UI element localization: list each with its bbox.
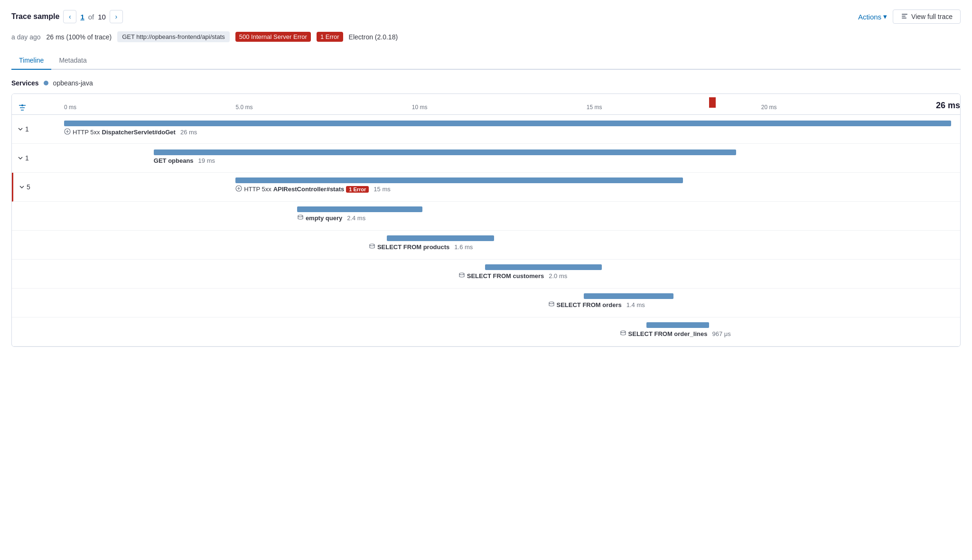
span-time-7: 1.4 ms bbox=[626, 301, 645, 308]
span-name-5: SELECT FROM products bbox=[377, 243, 449, 251]
svg-point-6 bbox=[21, 104, 23, 106]
row-bar-col-5: SELECT FROM products 1.6 ms bbox=[64, 231, 960, 259]
svg-point-11 bbox=[459, 273, 464, 275]
span-name-7: SELECT FROM orders bbox=[557, 301, 622, 308]
span-name-6: SELECT FROM customers bbox=[467, 272, 544, 280]
actions-button[interactable]: Actions ▾ bbox=[858, 12, 887, 21]
span-bar-2 bbox=[154, 149, 736, 155]
page-total: 10 bbox=[98, 13, 106, 21]
span-label-3: HTTP 5xx APIRestController#stats 1 Error… bbox=[235, 185, 391, 193]
tab-timeline[interactable]: Timeline bbox=[11, 52, 51, 70]
row-bar-col-3: HTTP 5xx APIRestController#stats 1 Error… bbox=[65, 173, 960, 201]
status-badge: 500 Internal Server Error bbox=[235, 32, 311, 42]
filter-icon[interactable] bbox=[18, 103, 27, 114]
row-bar-col-1: HTTP 5xx DispatcherServlet#doGet 26 ms bbox=[64, 115, 960, 143]
table-row: SELECT FROM orders 1.4 ms bbox=[12, 289, 960, 317]
span-bar-8 bbox=[646, 322, 709, 328]
span-time-3: 15 ms bbox=[374, 186, 390, 193]
span-label-8: SELECT FROM order_lines 967 μs bbox=[620, 330, 731, 338]
span-time-1: 26 ms bbox=[180, 129, 197, 136]
span-time-8: 967 μs bbox=[712, 330, 730, 337]
span-type-3: HTTP 5xx bbox=[244, 186, 271, 193]
row-label-1: 1 bbox=[12, 115, 64, 143]
url-badge: GET http://opbeans-frontend/api/stats bbox=[117, 31, 230, 42]
span-type-1: HTTP 5xx bbox=[73, 129, 100, 136]
svg-point-12 bbox=[549, 302, 554, 304]
row-count-2: 1 bbox=[25, 154, 29, 162]
db-icon-7 bbox=[548, 301, 555, 309]
table-row: 1 GET opbeans 19 ms bbox=[12, 144, 960, 173]
timeline-container: 0 ms 5.0 ms 10 ms 15 ms 20 ms 26 ms 1 bbox=[11, 93, 961, 347]
row-count-3: 5 bbox=[27, 183, 30, 191]
row-label-3: 5 bbox=[13, 173, 65, 201]
svg-point-10 bbox=[370, 244, 374, 246]
span-time-5: 1.6 ms bbox=[454, 243, 473, 251]
span-name-8: SELECT FROM order_lines bbox=[628, 330, 708, 337]
db-icon-4 bbox=[297, 214, 304, 222]
span-name-1: DispatcherServlet#doGet bbox=[102, 129, 176, 136]
row-label-2: 1 bbox=[12, 144, 64, 172]
row-label-5 bbox=[12, 231, 64, 259]
tabs: Timeline Metadata bbox=[11, 52, 961, 70]
table-row: empty query 2.4 ms bbox=[12, 202, 960, 231]
span-time-6: 2.0 ms bbox=[549, 272, 567, 280]
tick-0: 0 ms bbox=[64, 104, 76, 111]
service-name: Electron (2.0.18) bbox=[349, 33, 398, 41]
table-row: SELECT FROM order_lines 967 μs bbox=[12, 317, 960, 346]
page-title: Trace sample bbox=[11, 12, 59, 21]
db-icon-6 bbox=[458, 272, 465, 280]
span-name-4: empty query bbox=[306, 215, 342, 222]
svg-point-9 bbox=[298, 215, 303, 217]
trace-icon bbox=[901, 13, 908, 20]
row-label-8 bbox=[12, 317, 64, 346]
tick-total: 26 ms bbox=[936, 101, 960, 111]
collapse-btn-2[interactable] bbox=[18, 155, 23, 161]
time-ago: a day ago bbox=[11, 33, 41, 41]
span-bar-4 bbox=[297, 206, 422, 212]
svg-point-13 bbox=[621, 331, 626, 333]
error-count-badge: 1 Error bbox=[317, 32, 343, 42]
span-label-2: GET opbeans 19 ms bbox=[154, 157, 215, 164]
row-bar-col-2: GET opbeans 19 ms bbox=[64, 144, 960, 172]
tick-15: 15 ms bbox=[587, 104, 602, 111]
tick-5: 5.0 ms bbox=[235, 104, 252, 111]
http-icon-3 bbox=[235, 185, 242, 193]
svg-rect-0 bbox=[902, 14, 907, 15]
duration: 26 ms (100% of trace) bbox=[47, 33, 112, 41]
span-time-4: 2.4 ms bbox=[347, 215, 365, 222]
next-button[interactable]: › bbox=[110, 10, 123, 23]
timeline-scale-header: 0 ms 5.0 ms 10 ms 15 ms 20 ms 26 ms bbox=[12, 94, 960, 115]
tick-20: 20 ms bbox=[761, 104, 777, 111]
row-bar-col-6: SELECT FROM customers 2.0 ms bbox=[64, 260, 960, 288]
span-bar-6 bbox=[485, 264, 601, 270]
span-label-1: HTTP 5xx DispatcherServlet#doGet 26 ms bbox=[64, 128, 197, 136]
page-current: 1 bbox=[80, 13, 84, 21]
collapse-btn-3[interactable] bbox=[19, 184, 25, 190]
timeline-scale: 0 ms 5.0 ms 10 ms 15 ms 20 ms 26 ms bbox=[64, 93, 960, 114]
table-row: SELECT FROM customers 2.0 ms bbox=[12, 260, 960, 289]
span-name-3: APIRestController#stats bbox=[273, 186, 345, 193]
span-label-5: SELECT FROM products 1.6 ms bbox=[369, 243, 473, 251]
view-full-trace-button[interactable]: View full trace bbox=[893, 9, 961, 24]
row-label-6 bbox=[12, 260, 64, 288]
tick-10: 10 ms bbox=[412, 104, 428, 111]
svg-rect-1 bbox=[902, 16, 906, 17]
tab-metadata[interactable]: Metadata bbox=[51, 52, 94, 70]
span-bar-3 bbox=[235, 177, 683, 183]
prev-button[interactable]: ‹ bbox=[63, 10, 76, 23]
page-of-text: of bbox=[88, 13, 94, 21]
span-bar-1 bbox=[64, 121, 951, 126]
error-marker bbox=[709, 97, 716, 108]
http-icon bbox=[64, 128, 71, 136]
row-bar-col-4: empty query 2.4 ms bbox=[64, 202, 960, 230]
row-label-7 bbox=[12, 289, 64, 317]
error-badge-3: 1 Error bbox=[346, 186, 369, 193]
collapse-btn-1[interactable] bbox=[18, 126, 23, 132]
service-item-name: opbeans-java bbox=[53, 79, 93, 87]
db-icon-5 bbox=[369, 243, 375, 251]
row-count-1: 1 bbox=[25, 125, 29, 133]
span-label-4: empty query 2.4 ms bbox=[297, 214, 365, 222]
span-label-6: SELECT FROM customers 2.0 ms bbox=[458, 272, 568, 280]
table-row: SELECT FROM products 1.6 ms bbox=[12, 231, 960, 260]
span-name-2: GET opbeans bbox=[154, 157, 194, 164]
